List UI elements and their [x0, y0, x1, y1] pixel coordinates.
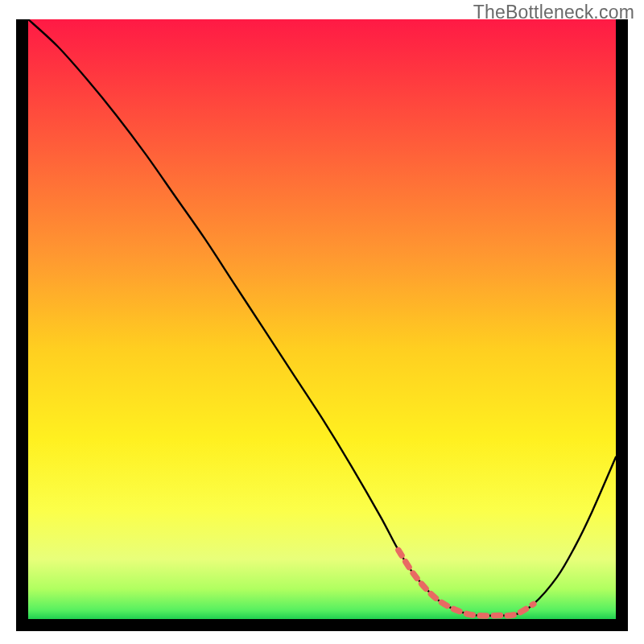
chart-outer-frame — [16, 19, 628, 631]
gradient-background — [28, 19, 616, 619]
chart-svg — [28, 19, 616, 619]
plot-area — [28, 19, 616, 619]
chart-wrapper: TheBottleneck.com — [0, 0, 644, 644]
watermark-text: TheBottleneck.com — [473, 2, 634, 23]
